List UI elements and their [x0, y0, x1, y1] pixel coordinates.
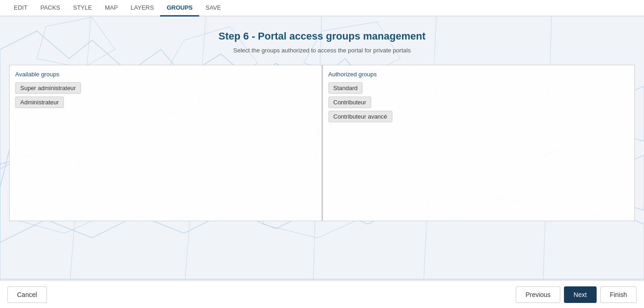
group-tag-contributeur[interactable]: Contributeur — [328, 97, 372, 108]
bottom-left: Cancel — [7, 286, 47, 303]
nav-style[interactable]: STYLE — [67, 0, 98, 17]
cancel-button[interactable]: Cancel — [7, 286, 47, 303]
nav-map[interactable]: MAP — [98, 0, 124, 17]
authorized-groups-label: Authorized groups — [328, 71, 629, 78]
available-groups-list: Super administrateur Administrateur — [15, 82, 316, 111]
finish-button[interactable]: Finish — [600, 286, 637, 303]
top-navigation: EDIT PACKS STYLE MAP LAYERS GROUPS SAVE — [0, 0, 644, 17]
group-tag-super-admin[interactable]: Super administrateur — [15, 82, 81, 94]
bottom-right: Previous Next Finish — [516, 286, 637, 303]
nav-packs[interactable]: PACKS — [34, 0, 67, 17]
groups-panels: Available groups Super administrateur Ad… — [9, 65, 635, 221]
nav-edit[interactable]: EDIT — [7, 0, 34, 17]
available-groups-panel: Available groups Super administrateur Ad… — [9, 65, 322, 221]
bottom-bar: Cancel Previous Next Finish — [0, 280, 644, 308]
authorized-groups-list: Standard Contributeur Contributeur avanc… — [328, 82, 629, 125]
page-subtitle: Select the groups authorized to access t… — [9, 47, 635, 54]
page-title: Step 6 - Portal access groups management — [9, 30, 635, 42]
nav-save[interactable]: SAVE — [199, 0, 228, 17]
group-tag-contributeur-avance[interactable]: Contributeur avancé — [328, 111, 392, 122]
previous-button[interactable]: Previous — [516, 286, 560, 303]
main-content: Step 6 - Portal access groups management… — [0, 17, 644, 230]
available-groups-label: Available groups — [15, 71, 316, 78]
nav-layers[interactable]: LAYERS — [124, 0, 160, 17]
authorized-groups-panel: Authorized groups Standard Contributeur … — [322, 65, 635, 221]
group-tag-admin[interactable]: Administrateur — [15, 97, 64, 108]
next-button[interactable]: Next — [564, 286, 597, 303]
group-tag-standard[interactable]: Standard — [328, 82, 363, 94]
nav-groups[interactable]: GROUPS — [160, 0, 199, 17]
